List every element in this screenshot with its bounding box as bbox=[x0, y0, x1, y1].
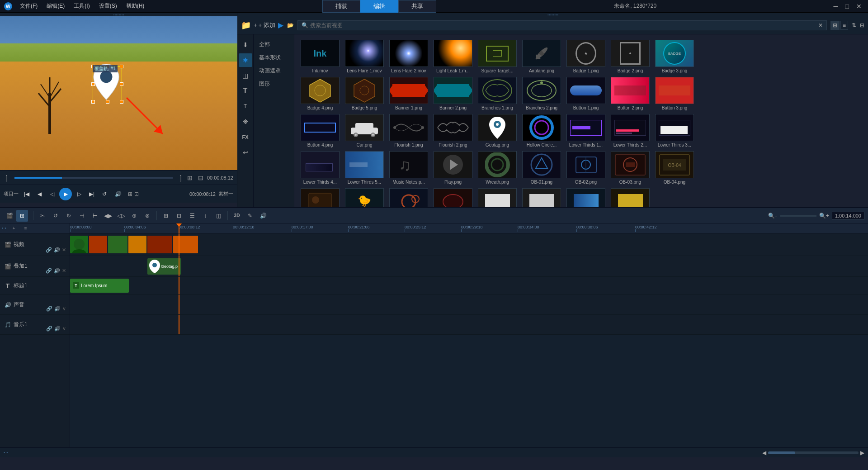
asset-lens-flare-2[interactable]: Lens Flare 2.mov bbox=[388, 40, 429, 73]
fullscreen-btn[interactable]: ⊡ bbox=[134, 191, 139, 197]
overlay-mute-icon[interactable]: 🔊 bbox=[54, 268, 60, 274]
link-btn[interactable]: ☰ bbox=[186, 210, 198, 222]
video-clip-5[interactable] bbox=[147, 236, 172, 253]
asset-badge-4[interactable]: Badge 4.png bbox=[300, 77, 340, 110]
asset-play[interactable]: Play.png bbox=[433, 151, 473, 185]
preview-clip-btn[interactable]: ⊞ bbox=[185, 173, 194, 182]
asset-branches-2[interactable]: Branches 2.png bbox=[521, 77, 562, 110]
asset-lower-thirds-4[interactable]: Lower Thirds 4... bbox=[300, 151, 340, 185]
asset-more-4[interactable] bbox=[433, 188, 473, 207]
asset-banner-1[interactable]: Banner 1.png bbox=[388, 77, 429, 110]
split-btn[interactable]: ⊕ bbox=[128, 210, 140, 222]
add-track-btn[interactable]: + bbox=[8, 223, 20, 234]
list-view-btn[interactable]: ≡ bbox=[840, 21, 848, 30]
handle-mr[interactable] bbox=[120, 82, 123, 86]
fit-width-btn[interactable]: ⊞ bbox=[128, 191, 132, 197]
track-options-btn[interactable]: ≡ bbox=[20, 223, 32, 234]
asset-ob-02[interactable]: OB-02.png bbox=[566, 151, 606, 185]
title-clip-1[interactable]: T Lorem Ipsum bbox=[70, 279, 129, 293]
asset-button-1[interactable]: Button 1.png bbox=[566, 77, 606, 110]
prev-clip-btn[interactable]: |◀ bbox=[21, 189, 32, 199]
tab-edit[interactable]: 编辑 bbox=[360, 0, 398, 13]
folder-icon[interactable]: 📂 bbox=[287, 22, 294, 28]
asset-lens-flare-1[interactable]: Lens Flare 1.mov bbox=[344, 40, 385, 73]
overlay-lock-icon[interactable]: ✕ bbox=[62, 268, 66, 274]
3d-btn[interactable]: 3D bbox=[231, 210, 243, 222]
trim-right-btn[interactable]: ⊢ bbox=[89, 210, 101, 222]
asset-ink[interactable]: Ink Ink.mov bbox=[300, 40, 340, 73]
menu-file[interactable]: 文件(F) bbox=[16, 1, 41, 11]
frame-fwd-btn[interactable]: ▷ bbox=[74, 189, 85, 199]
merge-btn[interactable]: ⊞ bbox=[160, 210, 172, 222]
audio-mute-icon[interactable]: 🔊 bbox=[54, 306, 61, 312]
color-grade-btn[interactable]: ✎ bbox=[244, 210, 256, 222]
loop-btn[interactable]: ↺ bbox=[99, 189, 110, 199]
menu-settings[interactable]: 设置(S) bbox=[95, 1, 121, 11]
audio-link-icon[interactable]: 🔗 bbox=[46, 306, 52, 312]
music-link-icon[interactable]: 🔗 bbox=[46, 326, 52, 332]
bracket-left-btn[interactable]: [ bbox=[4, 173, 9, 182]
overlay-link-icon[interactable]: 🔗 bbox=[46, 268, 52, 274]
cut-btn[interactable]: ✂ bbox=[37, 210, 48, 222]
asset-badge-3[interactable]: BADGE Badge 3.png bbox=[654, 40, 695, 73]
tracks-scroll[interactable]: Geotag.p T Lorem Ipsum bbox=[70, 233, 868, 447]
handle-bl[interactable] bbox=[91, 100, 95, 104]
minimize-button[interactable]: ─ bbox=[831, 2, 841, 11]
music-expand-icon[interactable]: ∨ bbox=[62, 326, 66, 332]
cat-graphics[interactable]: 图形 bbox=[254, 77, 294, 90]
asset-button-4[interactable]: Button 4.png bbox=[300, 114, 340, 147]
filter-btn[interactable]: ⊟ bbox=[860, 22, 864, 28]
step-back-btn[interactable]: ◀ bbox=[34, 189, 45, 199]
multi-cam-btn[interactable]: ◫ bbox=[212, 210, 224, 222]
asset-music-notes[interactable]: ♫ Music Notes.p... bbox=[388, 151, 429, 185]
asset-hollow-circle[interactable]: Hollow Circle... bbox=[521, 114, 562, 147]
asset-more-1[interactable] bbox=[300, 188, 340, 207]
handle-ml[interactable] bbox=[91, 82, 95, 86]
progress-bar[interactable] bbox=[14, 177, 173, 179]
menu-tools[interactable]: 工具(I) bbox=[70, 1, 93, 11]
grid-view-btn[interactable]: ⊞ bbox=[830, 21, 840, 30]
search-clear-btn[interactable]: ✕ bbox=[818, 22, 823, 28]
maximize-button[interactable]: □ bbox=[843, 2, 852, 11]
undo-btn[interactable]: ↺ bbox=[50, 210, 61, 222]
tab-capture[interactable]: 捕获 bbox=[322, 0, 360, 13]
handle-bm[interactable] bbox=[106, 100, 109, 104]
lib-tool-fx[interactable]: FX bbox=[239, 130, 252, 144]
lib-tool-graphics[interactable]: ❋ bbox=[239, 115, 252, 128]
video-clip-4[interactable] bbox=[128, 236, 146, 253]
cat-all[interactable]: 全部 bbox=[254, 38, 294, 51]
asset-more-6[interactable] bbox=[521, 188, 562, 207]
asset-badge-5[interactable]: Badge 5.png bbox=[344, 77, 385, 110]
video-clip-3[interactable] bbox=[108, 236, 127, 253]
asset-badge-2[interactable]: ✦ Badge 2.png bbox=[610, 40, 651, 73]
asset-flourish-1[interactable]: Flourish 1.png bbox=[388, 114, 429, 147]
bracket-right-btn[interactable]: ] bbox=[178, 173, 184, 182]
menu-help[interactable]: 帮助(H) bbox=[123, 1, 148, 11]
asset-more-2[interactable]: 🐤 bbox=[344, 188, 385, 207]
asset-geotag[interactable]: Geotag.png bbox=[477, 114, 518, 147]
asset-airplane[interactable]: Airplane.png bbox=[521, 40, 562, 73]
zoom-slider[interactable] bbox=[780, 215, 816, 217]
asset-more-8[interactable] bbox=[610, 188, 651, 207]
play-btn[interactable]: ▶ bbox=[59, 188, 72, 200]
video-clip-1[interactable] bbox=[70, 236, 88, 253]
track-type-main-btn[interactable]: ⊞ bbox=[16, 210, 28, 222]
asset-more-5[interactable] bbox=[477, 188, 518, 207]
close-button[interactable]: ✕ bbox=[854, 2, 864, 11]
lib-tool-titles[interactable]: T bbox=[239, 84, 252, 98]
slide-btn[interactable]: ◁▷ bbox=[115, 210, 127, 222]
preview-expand-btn[interactable]: ⊟ bbox=[196, 173, 205, 182]
menu-edit[interactable]: 编辑(E) bbox=[43, 1, 68, 11]
lib-tool-import[interactable]: ⬇ bbox=[239, 38, 252, 52]
auto-sync-btn[interactable]: ↕ bbox=[199, 210, 211, 222]
asset-light-leak[interactable]: Light Leak 1.m... bbox=[433, 40, 473, 73]
tab-share[interactable]: 共享 bbox=[398, 0, 436, 13]
sort-btn[interactable]: ⇅ bbox=[852, 22, 856, 28]
next-clip-btn[interactable]: ▶| bbox=[86, 189, 97, 199]
lib-tool-text[interactable]: T bbox=[239, 100, 252, 113]
video-lock-icon[interactable]: ✕ bbox=[62, 247, 66, 253]
asset-branches-1[interactable]: Branches 1.png bbox=[477, 77, 518, 110]
bottom-nav-scroll[interactable]: ◀ ▶ bbox=[762, 450, 864, 456]
redo-btn[interactable]: ↻ bbox=[63, 210, 75, 222]
lib-tool-effects[interactable]: ✱ bbox=[239, 53, 252, 67]
